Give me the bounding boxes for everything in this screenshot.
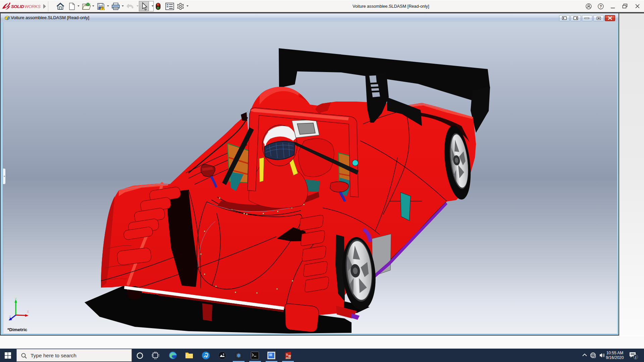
svg-text:Y: Y bbox=[15, 297, 17, 301]
svg-text:?: ? bbox=[599, 4, 602, 8]
svg-text:2: 2 bbox=[635, 355, 636, 359]
svg-text:S: S bbox=[286, 353, 288, 356]
svg-text:SOLID: SOLID bbox=[11, 4, 24, 9]
svg-text:WORKS: WORKS bbox=[24, 4, 41, 9]
svg-text:X: X bbox=[27, 310, 29, 314]
svg-text:Z: Z bbox=[9, 315, 11, 318]
svg-text:2020: 2020 bbox=[286, 357, 291, 359]
